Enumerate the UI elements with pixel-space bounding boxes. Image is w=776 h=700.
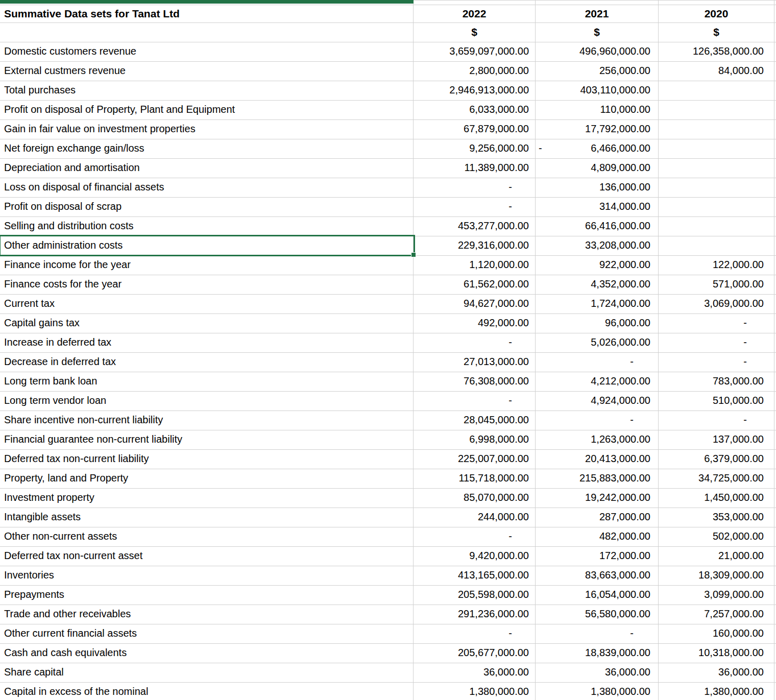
value-cell-2022[interactable]: 115,718,000.00 (414, 469, 536, 488)
value-cell-2022[interactable]: 61,562,000.00 (414, 275, 536, 294)
value-cell-2022[interactable]: 244,000.00 (414, 508, 536, 527)
row-label-cell[interactable]: Profit on disposal of Property, Plant an… (0, 101, 414, 119)
value-cell-2022[interactable]: 225,007,000.00 (414, 450, 536, 469)
value-cell-2020[interactable]: 7,257,000.00 (659, 605, 774, 624)
value-cell-2022[interactable]: 3,659,097,000.00 (414, 42, 536, 61)
value-cell-2022[interactable]: 413,165,000.00 (414, 566, 536, 585)
currency-cell-2020[interactable]: $ (659, 23, 774, 42)
value-cell-2022[interactable]: - (414, 178, 536, 197)
row-label-cell[interactable]: Long term bank loan (0, 372, 414, 391)
value-cell-2022[interactable]: - (414, 392, 536, 411)
value-cell-2021[interactable]: 36,000.00 (536, 663, 659, 682)
row-label-cell[interactable]: Other administration costs (0, 236, 414, 255)
row-label-cell[interactable]: Profit on disposal of scrap (0, 198, 414, 216)
value-cell-2022[interactable]: 229,316,000.00 (414, 236, 536, 255)
value-cell-2020[interactable]: 3,069,000.00 (659, 295, 774, 313)
row-label-cell[interactable]: Long term vendor loan (0, 392, 414, 411)
value-cell-2021[interactable]: 56,580,000.00 (536, 605, 659, 624)
row-label-cell[interactable]: Trade and other receivables (0, 605, 414, 624)
value-cell-2022[interactable]: 28,045,000.00 (414, 411, 536, 430)
value-cell-2022[interactable]: 6,033,000.00 (414, 101, 536, 119)
row-label-cell[interactable]: Increase in deferred tax (0, 333, 414, 352)
value-cell-2022[interactable]: 1,380,000.00 (414, 683, 536, 700)
value-cell-2020[interactable]: 10,318,000.00 (659, 644, 774, 663)
value-cell-2021[interactable]: 20,413,000.00 (536, 450, 659, 469)
value-cell-2021[interactable]: 17,792,000.00 (536, 120, 659, 139)
value-cell-2020[interactable] (659, 120, 774, 139)
value-cell-2020[interactable] (659, 236, 774, 255)
value-cell-2020[interactable] (659, 178, 774, 197)
value-cell-2020[interactable]: 783,000.00 (659, 372, 774, 391)
value-cell-2022[interactable]: 11,389,000.00 (414, 159, 536, 178)
currency-cell-2022[interactable]: $ (414, 23, 536, 42)
value-cell-2022[interactable]: 291,236,000.00 (414, 605, 536, 624)
value-cell-2021[interactable]: 403,110,000.00 (536, 81, 659, 100)
value-cell-2020[interactable]: - (659, 353, 774, 372)
value-cell-2022[interactable]: - (414, 527, 536, 546)
value-cell-2021[interactable]: 496,960,000.00 (536, 42, 659, 61)
row-label-cell[interactable]: Share incentive non-current liability (0, 411, 414, 430)
row-label-cell[interactable]: Share capital (0, 663, 414, 682)
value-cell-2020[interactable] (659, 101, 774, 119)
row-label-cell[interactable]: Prepayments (0, 586, 414, 605)
row-label-cell[interactable]: Gain in fair value on investment propert… (0, 120, 414, 139)
row-label-cell[interactable]: Other current financial assets (0, 624, 414, 643)
row-label-cell[interactable]: Net foreign exchange gain/loss (0, 139, 414, 158)
value-cell-2020[interactable]: 571,000.00 (659, 275, 774, 294)
value-cell-2021[interactable]: 33,208,000.00 (536, 236, 659, 255)
value-cell-2022[interactable]: 2,800,000.00 (414, 62, 536, 81)
row-label-cell[interactable]: Intangible assets (0, 508, 414, 527)
value-cell-2022[interactable]: 9,420,000.00 (414, 547, 536, 566)
value-cell-2022[interactable]: 492,000.00 (414, 314, 536, 333)
row-label-cell[interactable]: Decrease in deferred tax (0, 353, 414, 372)
value-cell-2020[interactable]: 84,000.00 (659, 62, 774, 81)
value-cell-2021[interactable]: 172,000.00 (536, 547, 659, 566)
value-cell-2020[interactable]: - (659, 333, 774, 352)
row-label-cell[interactable]: Financial guarantee non-current liabilit… (0, 430, 414, 449)
value-cell-2020[interactable]: 160,000.00 (659, 624, 774, 643)
row-label-cell[interactable]: Capital gains tax (0, 314, 414, 333)
value-cell-2021[interactable]: 19,242,000.00 (536, 489, 659, 508)
value-cell-2021[interactable]: 1,263,000.00 (536, 430, 659, 449)
value-cell-2021[interactable]: 66,416,000.00 (536, 217, 659, 236)
value-cell-2020[interactable]: 353,000.00 (659, 508, 774, 527)
value-cell-2020[interactable]: 502,000.00 (659, 527, 774, 546)
value-cell-2020[interactable]: 36,000.00 (659, 663, 774, 682)
value-cell-2021[interactable]: 1,724,000.00 (536, 295, 659, 313)
value-cell-2022[interactable]: 67,879,000.00 (414, 120, 536, 139)
value-cell-2022[interactable]: 205,598,000.00 (414, 586, 536, 605)
value-cell-2021[interactable]: 16,054,000.00 (536, 586, 659, 605)
row-label-cell[interactable]: Investment property (0, 489, 414, 508)
value-cell-2020[interactable]: 126,358,000.00 (659, 42, 774, 61)
value-cell-2022[interactable]: 27,013,000.00 (414, 353, 536, 372)
value-cell-2021[interactable]: 18,839,000.00 (536, 644, 659, 663)
value-cell-2020[interactable] (659, 217, 774, 236)
row-label-cell[interactable]: Deferred tax non-current asset (0, 547, 414, 566)
value-cell-2021[interactable]: - (536, 353, 659, 372)
value-cell-2021[interactable]: 922,000.00 (536, 256, 659, 275)
value-cell-2022[interactable]: 76,308,000.00 (414, 372, 536, 391)
value-cell-2020[interactable]: 3,099,000.00 (659, 586, 774, 605)
row-label-cell[interactable]: Other non-current assets (0, 527, 414, 546)
value-cell-2021[interactable]: 136,000.00 (536, 178, 659, 197)
value-cell-2021[interactable]: -6,466,000.00 (536, 139, 659, 158)
value-cell-2020[interactable]: 137,000.00 (659, 430, 774, 449)
value-cell-2021[interactable]: 96,000.00 (536, 314, 659, 333)
year-header-2022[interactable]: 2022 (414, 5, 536, 22)
value-cell-2021[interactable]: 5,026,000.00 (536, 333, 659, 352)
value-cell-2021[interactable]: 482,000.00 (536, 527, 659, 546)
value-cell-2020[interactable] (659, 139, 774, 158)
value-cell-2022[interactable]: 9,256,000.00 (414, 139, 536, 158)
value-cell-2021[interactable]: - (536, 411, 659, 430)
value-cell-2020[interactable]: - (659, 411, 774, 430)
row-label-cell[interactable]: Total purchases (0, 81, 414, 100)
value-cell-2022[interactable]: 1,120,000.00 (414, 256, 536, 275)
row-label-cell[interactable]: Current tax (0, 295, 414, 313)
value-cell-2021[interactable]: 4,924,000.00 (536, 392, 659, 411)
row-label-cell[interactable]: Deferred tax non-current liability (0, 450, 414, 469)
value-cell-2022[interactable]: 2,946,913,000.00 (414, 81, 536, 100)
value-cell-2020[interactable] (659, 198, 774, 216)
value-cell-2022[interactable]: 85,070,000.00 (414, 489, 536, 508)
value-cell-2021[interactable]: 215,883,000.00 (536, 469, 659, 488)
value-cell-2022[interactable]: 6,998,000.00 (414, 430, 536, 449)
